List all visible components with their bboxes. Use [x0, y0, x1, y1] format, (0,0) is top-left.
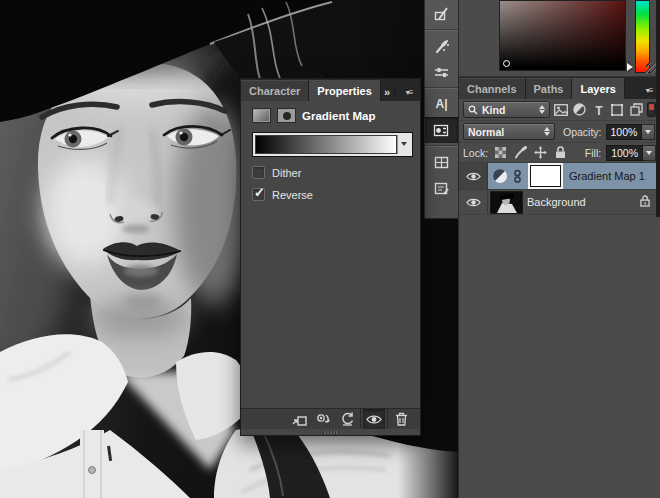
lock-transparency-icon[interactable] [493, 144, 508, 161]
clip-to-layer-icon[interactable] [288, 409, 310, 429]
tab-properties[interactable]: Properties [309, 80, 380, 101]
filter-kind-label: Kind [482, 104, 535, 116]
toggle-visibility-eye-icon[interactable] [363, 409, 385, 429]
character-panel-glyph: A| [435, 97, 447, 111]
dock-empty-area [459, 216, 660, 420]
selected-layer-area[interactable]: Gradient Map 1 [488, 163, 660, 189]
blend-mode-row: Normal Opacity: 100% [459, 121, 660, 143]
dock-divider [425, 145, 458, 147]
opacity-field: 100% [606, 124, 656, 140]
gradient-editor-row [252, 132, 413, 157]
layer-filter-toggle[interactable] [647, 102, 656, 117]
mask-link-icon [513, 169, 522, 184]
filter-adjustment-layers-icon[interactable] [572, 101, 588, 118]
filter-type-layers-icon[interactable]: T [591, 101, 607, 118]
filter-shape-layers-icon[interactable] [609, 101, 625, 118]
fill-value[interactable]: 100% [606, 145, 643, 161]
character-panel-icon[interactable]: A| [425, 91, 458, 117]
lock-label: Lock: [463, 147, 488, 159]
fill-field: 100% [606, 145, 656, 161]
hue-slider-marker[interactable] [627, 63, 633, 71]
reverse-checkbox[interactable]: ✓ [252, 188, 265, 201]
checkmark-icon: ✓ [254, 185, 265, 200]
dropdown-arrows-icon [539, 102, 545, 117]
footer-separator [360, 409, 361, 429]
layer-filter-row: Kind T [459, 99, 660, 121]
opacity-value[interactable]: 100% [606, 124, 643, 140]
reverse-option-row: ✓ Reverse [252, 188, 420, 201]
clone-source-panel-icon[interactable] [425, 1, 458, 27]
tab-channels[interactable]: Channels [459, 78, 526, 99]
dock-divider [425, 87, 458, 89]
tab-character[interactable]: Character [241, 80, 309, 101]
properties-panel-icon[interactable] [425, 117, 458, 143]
dock-divider [425, 29, 458, 31]
lock-position-move-icon[interactable] [533, 144, 548, 161]
filter-kind-dropdown[interactable]: Kind [463, 101, 550, 118]
reset-icon[interactable] [336, 409, 358, 429]
notes-panel-icon[interactable] [425, 175, 458, 201]
layers-tab-bar: Channels Paths Layers ▾≡ [459, 77, 660, 99]
fill-label: Fill: [585, 147, 601, 159]
lock-pixels-brush-icon[interactable] [513, 144, 528, 161]
filter-smart-objects-icon[interactable] [628, 101, 644, 118]
dither-label: Dither [272, 167, 301, 179]
photoshop-workspace: A| Channels Paths Layers [0, 0, 660, 498]
tool-presets-panel-icon[interactable] [425, 33, 458, 59]
blend-mode-value: Normal [468, 126, 540, 138]
layer-name[interactable]: Background [527, 196, 586, 208]
layer-row-gradient-map[interactable]: Gradient Map 1 [459, 163, 660, 190]
lock-all-padlock-icon[interactable] [553, 144, 568, 161]
right-panel-dock: Channels Paths Layers ▾≡ Kind [458, 0, 660, 498]
tab-paths[interactable]: Paths [526, 78, 573, 99]
opacity-label: Opacity: [563, 126, 602, 138]
gradient-picker-dropdown[interactable] [397, 135, 410, 154]
properties-panel-menu-icon[interactable]: ▾≡ [398, 88, 420, 101]
gradient-map-mask-icon [277, 108, 296, 123]
layer-name[interactable]: Gradient Map 1 [569, 170, 645, 182]
properties-header: Gradient Map [241, 101, 420, 127]
background-lock-icon [640, 193, 650, 211]
layer-visibility-cell[interactable] [459, 163, 488, 189]
filter-toggle-indicator [649, 104, 654, 110]
lock-row: Lock: Fill: 100% [459, 143, 660, 163]
layer-mask-thumbnail[interactable] [530, 165, 561, 187]
fill-dropdown-button[interactable] [643, 145, 656, 161]
tab-layers[interactable]: Layers [572, 78, 624, 99]
reverse-label: Reverse [272, 189, 313, 201]
footer-separator [387, 409, 388, 429]
delete-trash-icon[interactable] [390, 409, 412, 429]
color-panel [459, 0, 660, 77]
sliders-panel-icon[interactable] [425, 59, 458, 85]
panel-bottom-grip[interactable] [241, 429, 420, 435]
dropdown-arrows-icon [544, 124, 550, 139]
dropdown-arrow-icon [645, 130, 651, 137]
layer-thumbnail[interactable] [490, 191, 523, 214]
color-picker-marker[interactable] [503, 60, 510, 67]
filter-pixel-layers-icon[interactable] [553, 101, 569, 118]
svg-text:T: T [595, 104, 603, 116]
blend-mode-dropdown[interactable]: Normal [463, 123, 555, 140]
eye-icon [466, 171, 481, 182]
search-icon [468, 105, 478, 115]
dock-right-edge [656, 0, 660, 217]
collapse-panel-icon[interactable]: » [384, 86, 394, 101]
layer-row-background[interactable]: Background [459, 190, 660, 215]
opacity-dropdown-button[interactable] [642, 124, 655, 140]
gradient-fill-swatch-icon [252, 108, 271, 123]
dropdown-arrow-icon [401, 142, 407, 149]
color-saturation-square[interactable] [499, 0, 626, 71]
view-previous-state-icon[interactable] [312, 409, 334, 429]
adjustment-layer-icon [492, 168, 508, 184]
dither-checkbox[interactable] [252, 166, 265, 179]
properties-title: Gradient Map [302, 110, 375, 122]
eye-icon [466, 197, 481, 208]
gradient-preview-bar[interactable] [255, 135, 397, 154]
properties-body [241, 201, 420, 408]
properties-tab-bar: Character Properties » ▾≡ [241, 79, 420, 101]
tabbar-separator [394, 86, 395, 98]
info-panel-icon[interactable] [425, 149, 458, 175]
dither-option-row: Dither [252, 166, 420, 179]
properties-panel: Character Properties » ▾≡ Gradient Map D… [240, 78, 421, 436]
layer-visibility-cell[interactable] [459, 190, 488, 214]
